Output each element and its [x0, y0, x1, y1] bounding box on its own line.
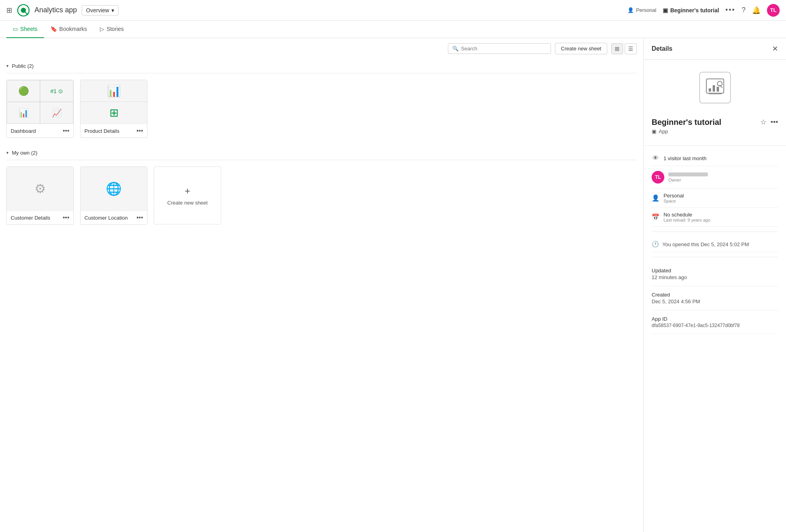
app-icon-area: [644, 60, 786, 111]
dashboard-sheet-card[interactable]: 🟢 #1 ⊙ 📊 📈: [6, 80, 74, 138]
product-details-card-name: Product Details: [84, 128, 119, 134]
details-panel-title: Details: [652, 45, 672, 52]
space-sublabel: Space: [664, 199, 684, 203]
create-new-sheet-button[interactable]: Create new sheet: [555, 43, 607, 54]
created-label: Created: [652, 292, 778, 298]
mini-cell-1: 🟢: [7, 80, 40, 102]
details-divider-1: [644, 145, 786, 146]
search-box[interactable]: 🔍: [448, 43, 551, 54]
personal-space-link[interactable]: 👤 Personal: [627, 7, 656, 13]
clock-icon: 🕐: [652, 241, 659, 248]
customer-location-sheet-card[interactable]: 🌐 Customer Location •••: [80, 166, 147, 225]
mini-cell-3: 📊: [7, 102, 40, 124]
eye-icon: 👁: [652, 155, 660, 162]
app-type-label: App: [659, 128, 668, 134]
owner-info: Owner: [668, 172, 708, 182]
mini-cell-4: 📈: [40, 102, 73, 124]
schedule-label: No schedule: [664, 212, 710, 218]
schedule-sublabel: Last reload: 9 years ago: [664, 218, 710, 222]
visitors-stat: 👁 1 visitor last month: [652, 151, 778, 166]
tab-bar: ▭ Sheets 🔖 Bookmarks ▷ Stories: [0, 21, 786, 38]
personal-label: Personal: [636, 7, 656, 13]
nav-right-section: 👤 Personal ▣ Beginner's tutorial ••• ? 🔔…: [627, 4, 780, 17]
details-panel: Details ✕ Beginner's tutorial: [643, 38, 786, 532]
tutorial-label: Beginner's tutorial: [670, 7, 719, 13]
app-icon-box: [699, 72, 731, 103]
owner-initials: TL: [655, 174, 661, 180]
updated-row: Updated 12 minutes ago: [652, 262, 778, 286]
details-close-button[interactable]: ✕: [772, 44, 778, 53]
app-chart-icon: [705, 77, 725, 98]
owner-avatar: TL: [652, 171, 664, 184]
dashboard-preview: 🟢 #1 ⊙ 📊 📈: [7, 80, 73, 124]
details-panel-header: Details ✕: [644, 38, 786, 60]
product-details-sheet-card[interactable]: 📊 ⊞ Product Details •••: [80, 80, 147, 138]
space-label: Personal: [664, 193, 684, 199]
stories-tab-icon: ▷: [100, 26, 104, 32]
my-own-section-header[interactable]: ▾ My own (2): [6, 146, 637, 160]
notifications-icon[interactable]: 🔔: [752, 6, 761, 15]
dashboard-card-name: Dashboard: [11, 128, 36, 134]
opened-text: 🕐 You opened this Dec 5, 2024 5:02 PM: [652, 237, 778, 252]
list-view-button[interactable]: ☰: [625, 43, 637, 54]
app-id-row: App ID dfa58537-6907-47e1-9ac5-132477d0b…: [652, 310, 778, 334]
customer-details-preview: ⚙: [7, 167, 73, 211]
my-own-cards-grid: ⚙ Customer Details ••• 🌐: [6, 166, 637, 225]
customer-location-more-button[interactable]: •••: [136, 214, 143, 221]
created-row: Created Dec 5, 2024 4:56 PM: [652, 286, 778, 310]
product-details-preview: 📊 ⊞: [80, 80, 147, 124]
search-input[interactable]: [461, 46, 547, 52]
tab-sheets[interactable]: ▭ Sheets: [6, 21, 44, 38]
nav-more-button[interactable]: •••: [725, 6, 735, 14]
grid-view-button[interactable]: ⊞: [611, 43, 623, 54]
updated-value: 12 minutes ago: [652, 274, 778, 280]
public-section-header[interactable]: ▾ Public (2): [6, 59, 637, 73]
tab-stories[interactable]: ▷ Stories: [94, 21, 130, 38]
content-toolbar: 🔍 Create new sheet ⊞ ☰: [0, 38, 643, 59]
product-bottom-chart: ⊞: [80, 102, 147, 124]
overview-dropdown[interactable]: Overview ▾: [82, 5, 119, 15]
visitors-label: 1 visitor last month: [664, 155, 706, 161]
svg-rect-4: [709, 88, 711, 92]
dashboard-card-footer: Dashboard •••: [7, 124, 73, 138]
details-more-button[interactable]: •••: [771, 118, 778, 126]
product-top-chart: 📊: [80, 80, 147, 102]
grid-menu-icon[interactable]: ⊞: [6, 6, 12, 15]
bookmarks-tab-label: Bookmarks: [59, 26, 87, 32]
top-navigation: ⊞ Analytics app Overview ▾ 👤 Personal ▣ …: [0, 0, 786, 21]
customer-details-card-name: Customer Details: [11, 215, 50, 221]
owner-name-bar: [668, 172, 708, 176]
person-space-icon: 👤: [652, 194, 660, 202]
owner-label: Owner: [668, 178, 708, 182]
dashboard-more-button[interactable]: •••: [63, 127, 69, 134]
customer-location-card-name: Customer Location: [84, 215, 128, 221]
create-new-sheet-card[interactable]: + Create new sheet: [154, 166, 221, 224]
my-own-chevron-icon: ▾: [6, 150, 9, 155]
details-name-actions: ☆ •••: [760, 118, 778, 126]
created-value: Dec 5, 2024 4:56 PM: [652, 299, 778, 304]
owner-row: TL Owner: [652, 166, 778, 189]
create-new-sheet-label: Create new sheet: [167, 200, 208, 206]
details-app-type: ▣ App: [652, 128, 721, 134]
help-icon[interactable]: ?: [742, 6, 746, 14]
qlik-logo[interactable]: [17, 4, 30, 17]
star-button[interactable]: ☆: [760, 118, 767, 126]
customer-details-footer: Customer Details •••: [7, 211, 73, 224]
app-type-icon: ▣: [652, 128, 656, 134]
my-own-section: ▾ My own (2) ⚙ Customer Details •••: [0, 146, 643, 233]
customer-location-preview: 🌐: [80, 167, 147, 211]
details-body: 👁 1 visitor last month TL Owner 👤 Person…: [644, 151, 786, 334]
avatar-initials: TL: [770, 7, 776, 13]
user-avatar[interactable]: TL: [767, 4, 780, 17]
tutorial-link[interactable]: ▣ Beginner's tutorial: [663, 7, 719, 13]
customer-details-sheet-card[interactable]: ⚙ Customer Details •••: [6, 166, 74, 225]
product-details-more-button[interactable]: •••: [136, 127, 143, 134]
schedule-stat: 📅 No schedule Last reload: 9 years ago: [652, 208, 778, 227]
opened-label: You opened this Dec 5, 2024 5:02 PM: [662, 241, 749, 247]
my-own-section-label: My own (2): [12, 150, 37, 156]
customer-details-more-button[interactable]: •••: [63, 214, 69, 221]
tab-bookmarks[interactable]: 🔖 Bookmarks: [44, 21, 94, 38]
details-name-section: Beginner's tutorial ▣ App ☆ •••: [644, 111, 786, 141]
product-details-footer: Product Details •••: [80, 124, 147, 138]
content-area: 🔍 Create new sheet ⊞ ☰ ▾ Public (2): [0, 38, 643, 532]
